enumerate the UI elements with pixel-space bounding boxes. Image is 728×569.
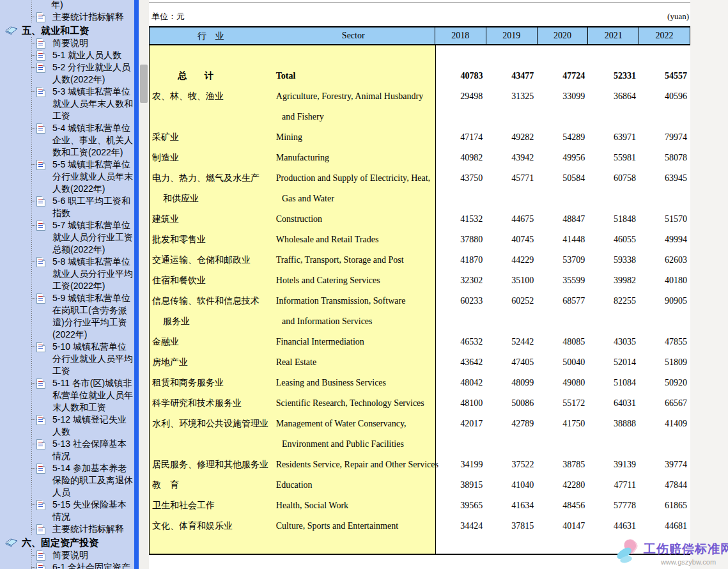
table-row: 住宿和餐饮业Hotels and Catering Services323023…: [150, 270, 690, 291]
cell-value: 37880: [435, 235, 486, 245]
sidebar-item[interactable]: 6-1 全社会固定资产投资: [0, 561, 134, 569]
sidebar-item[interactable]: 5-11 各市(区)城镇非私营单位就业人员年末人数和工资: [0, 377, 134, 414]
unit-label-cn: 单位：元: [151, 11, 185, 22]
document-icon: [36, 415, 45, 425]
document-icon: [36, 563, 45, 569]
cell-value: 66567: [639, 398, 690, 409]
sidebar-item[interactable]: 5-10 城镇私营单位分行业就业人员平均工资: [0, 341, 134, 377]
sidebar-item[interactable]: 5-5 城镇非私营单位分行业就业人员年末人数(2022年): [0, 159, 134, 195]
cell-value: 38785: [537, 460, 588, 470]
header-sector: Sector: [272, 27, 435, 44]
cell-sector-en: Gas and Water: [272, 194, 435, 204]
cell-value: 52014: [588, 357, 639, 368]
cell-value: 50584: [537, 173, 588, 183]
cell-value: 41409: [639, 419, 690, 429]
sidebar-item-label: 5-7 城镇非私营单位就业人员分行业工资总额(2022年): [52, 220, 133, 254]
sidebar-section[interactable]: 五、就业和工资: [0, 24, 134, 36]
document-icon: [36, 342, 45, 352]
cell-value: 50086: [486, 398, 537, 409]
sidebar-item[interactable]: 5-15 失业保险基本情况: [0, 499, 134, 523]
cell-industry-cn: 租赁和商务服务业: [150, 377, 272, 389]
sidebar-item-label: 5-13 社会保障基本情况: [52, 439, 127, 461]
cell-value: 55981: [588, 153, 639, 163]
cell-value: 49080: [537, 378, 588, 388]
sidebar-item[interactable]: 5-1 就业人员人数: [0, 49, 134, 61]
cell-industry-cn: 电力、热力、燃气及水生产: [150, 173, 272, 184]
cell-value: 57778: [588, 501, 639, 511]
cell-value: 51084: [588, 378, 639, 388]
sidebar-item[interactable]: 主要统计指标解释: [0, 523, 134, 535]
cell-value: 40783: [435, 71, 486, 81]
sidebar-item[interactable]: 5-2 分行业就业人员人数(2022年): [0, 61, 134, 86]
sidebar-item-label: 主要统计指标解释: [52, 524, 124, 534]
sidebar-scrollbar[interactable]: [139, 0, 149, 569]
sidebar-item-label: 5-3 城镇非私营单位就业人员年末人数和工资: [52, 86, 133, 121]
sidebar-item[interactable]: 5-13 社会保障基本情况: [0, 438, 134, 462]
table-row: 卫生和社会工作Health, Social Work39565416344845…: [150, 495, 690, 516]
cell-sector-en: Total: [272, 71, 435, 81]
cell-industry-cn: 制造业: [150, 152, 272, 164]
cell-value: 61865: [639, 501, 690, 511]
sidebar-item[interactable]: 5-8 城镇非私营单位就业人员分行业平均工资(2022年): [0, 256, 134, 292]
table-row: 总 计Total4078343477477245233154557: [150, 66, 690, 86]
header-industry: 行 业: [150, 27, 272, 44]
sidebar-item[interactable]: 简要说明: [0, 37, 134, 49]
cell-industry-cn: 科学研究和技术服务业: [150, 398, 272, 409]
cell-value: 41448: [537, 235, 588, 245]
sidebar-item[interactable]: 5-9 城镇非私营单位在岗职工(含劳务派遣)分行业平均工资(2022年): [0, 292, 134, 341]
cell-value: 47711: [588, 480, 639, 490]
cell-industry-cn: 农、林、牧、渔业: [150, 91, 272, 102]
document-icon: [36, 12, 45, 22]
cell-value: 49994: [639, 235, 690, 245]
cell-industry-cn: 金融业: [150, 336, 272, 348]
table-row: 批发和零售业Wholesale and Retail Trades3788040…: [150, 230, 690, 250]
sidebar-item[interactable]: 简要说明: [0, 549, 134, 561]
cell-value: 44229: [486, 255, 537, 265]
document-icon: [36, 293, 45, 304]
sidebar-item-label: 5-10 城镇私营单位分行业就业人员平均工资: [52, 341, 133, 376]
watermark-site-name: 工伤赔偿标准网: [644, 541, 728, 557]
table-body: 总 计Total4078343477477245233154557农、林、牧、渔…: [149, 45, 690, 555]
cell-value: 40147: [537, 521, 588, 531]
cell-value: 58078: [639, 153, 690, 163]
cell-sector-en: Information Transmission, Software: [272, 296, 435, 306]
sidebar-item[interactable]: 5-12 城镇登记失业人数: [0, 414, 134, 438]
cell-sector-en: Management of Water Conservancy,: [272, 419, 435, 429]
table-row: 采矿业Mining4717449282542896397179974: [150, 127, 690, 148]
sidebar-section[interactable]: 六、固定资产投资: [0, 536, 134, 549]
column-divider: [435, 45, 436, 554]
cell-industry-cn: 居民服务、修理和其他服务业: [150, 459, 272, 471]
cell-value: 35599: [537, 276, 588, 286]
sidebar-item[interactable]: 5-4 城镇非私营单位企业、事业、机关人数和工资(2022年): [0, 122, 134, 159]
cell-value: 43750: [435, 173, 486, 183]
sidebar-item-label: 5-15 失业保险基本情况: [52, 499, 127, 522]
cell-industry-cn: 文化、体育和娱乐业: [150, 520, 272, 532]
butterfly-icon: [614, 539, 644, 569]
table-row: 教 育Education3891541040422804771147844: [150, 475, 690, 495]
pane-divider[interactable]: [134, 0, 139, 569]
table-row: Environment and Public Facilities: [150, 434, 690, 455]
cell-value: 43942: [486, 153, 537, 163]
cell-value: 50040: [537, 357, 588, 368]
cell-value: 50920: [639, 378, 690, 388]
sidebar-item[interactable]: 5-14 参加基本养老保险的职工及离退休人员: [0, 462, 134, 499]
cell-value: 47174: [435, 132, 486, 143]
cell-value: 62603: [639, 255, 690, 265]
tree-group: 简要说明5-1 就业人员人数5-2 分行业就业人员人数(2022年)5-3 城镇…: [0, 37, 134, 535]
cell-sector-en: Environment and Public Facilities: [272, 439, 435, 449]
cell-value: 41750: [537, 419, 588, 429]
sidebar-item[interactable]: 主要统计指标解释: [0, 11, 134, 23]
sidebar-item-continuation[interactable]: 年): [0, 0, 134, 11]
cell-value: 48042: [435, 378, 486, 388]
cell-value: 40596: [639, 91, 690, 102]
sidebar-item[interactable]: 5-6 职工平均工资和指数: [0, 195, 134, 219]
cell-industry-cn: 总 计: [150, 70, 272, 82]
table-row: 制造业Manufacturing409824394249956559815807…: [150, 148, 690, 168]
cell-value: 60233: [435, 296, 486, 306]
cell-industry-cn: 交通运输、仓储和邮政业: [150, 254, 272, 266]
table-row: and Fishery: [150, 107, 690, 127]
sidebar-item[interactable]: 5-3 城镇非私营单位就业人员年末人数和工资: [0, 86, 134, 122]
cell-value: 37815: [486, 521, 537, 531]
scrollbar-thumb[interactable]: [140, 65, 148, 103]
sidebar-item[interactable]: 5-7 城镇非私营单位就业人员分行业工资总额(2022年): [0, 219, 134, 256]
